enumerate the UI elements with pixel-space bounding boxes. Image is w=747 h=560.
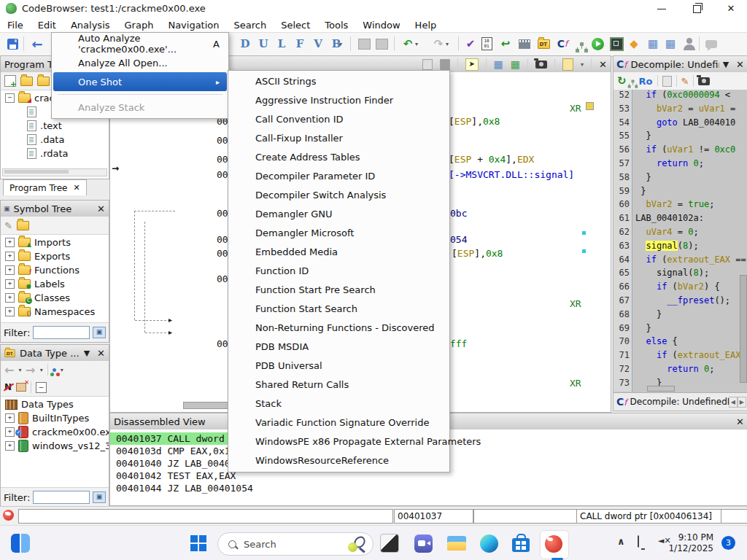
run-script-button[interactable] [589, 36, 605, 52]
data-type-manager-button[interactable]: DT [535, 36, 551, 52]
menu-search[interactable]: Search [227, 20, 274, 31]
one-shot-item-non-returning-functions-discovered[interactable]: Non-Returning Functions - Discovered [228, 319, 449, 338]
listing-fragment[interactable]: XR [570, 103, 581, 114]
listing-fragment[interactable]: 00 [217, 154, 228, 165]
ro-button[interactable]: Ro [639, 76, 653, 87]
format-button-d[interactable]: D [237, 36, 253, 52]
dtm-item-windows-vs12-32[interactable]: +windows_vs12_32 [1, 439, 109, 453]
expand-icon[interactable]: + [5, 441, 15, 451]
decompile-vscrollbar[interactable] [740, 275, 747, 383]
minimize-button[interactable] [651, 2, 673, 15]
listing-fragment[interactable]: [ESP],0x8 [452, 248, 503, 259]
symbol-tree-item-functions[interactable]: +fFunctions [1, 263, 109, 277]
tray-display-icon[interactable] [638, 536, 639, 547]
taskbar-search[interactable]: Search [217, 532, 374, 556]
snapshot-in-button[interactable] [356, 36, 372, 52]
one-shot-item-demangler-microsoft[interactable]: Demangler Microsoft [228, 224, 449, 243]
listing-fragment[interactable]: 00 [217, 169, 228, 180]
format-button-l[interactable]: L [274, 36, 290, 52]
maximize-button[interactable] [686, 2, 708, 15]
menu-tools[interactable]: Tools [317, 20, 355, 31]
one-shot-item-windowsresourcereference[interactable]: WindowsResourceReference [228, 451, 449, 470]
decompile-line-71[interactable]: 71 if (extraout_EAX [614, 350, 747, 364]
one-shot-item-embedded-media[interactable]: Embedded Media [228, 243, 449, 262]
symbol-tree-close-icon[interactable]: ✕ [93, 203, 109, 214]
decompile-line-72[interactable]: 72 return 0; [614, 364, 747, 378]
taskbar-app-explorer[interactable] [446, 533, 467, 553]
one-shot-item-decompiler-parameter-id[interactable]: Decompiler Parameter ID [228, 167, 449, 186]
snapshot-out-button[interactable] [374, 36, 390, 52]
program-tree-hscrollbar[interactable] [2, 168, 107, 176]
widgets-button[interactable] [10, 533, 31, 553]
one-shot-item-call-convention-id[interactable]: Call Convention ID [228, 110, 449, 129]
listing-fragment[interactable]: [ESP + 0x4],EDX [449, 154, 534, 165]
dtm-root[interactable]: Data Types [1, 397, 109, 411]
format-button-v[interactable]: V [310, 36, 326, 52]
menu-analysis[interactable]: Analysis [63, 20, 117, 31]
function-graph-button[interactable] [573, 36, 589, 52]
expand-icon[interactable]: + [5, 252, 15, 261]
back-button[interactable]: ← [29, 36, 45, 52]
listing-fragment[interactable]: 00 [217, 248, 228, 259]
disassembly-line-4[interactable]: 00401044 JZ LAB_00401054 [110, 482, 747, 494]
start-button[interactable] [188, 533, 209, 553]
decompile-line-52[interactable]: 52 if (0xc0000094 < [614, 90, 747, 104]
edit-symbol-button[interactable]: ✎ [4, 220, 12, 231]
dtm-graph-button[interactable] [53, 368, 56, 372]
listing-fragment[interactable]: 054 [450, 234, 467, 245]
dtm-back-button[interactable]: ← [4, 363, 14, 377]
open-folder-button[interactable] [20, 77, 33, 86]
dtm-header[interactable]: DT Data Type ... ▼ ✕ [1, 345, 109, 362]
one-shot-item-call-fixup-installer[interactable]: Call-Fixup Installer [228, 129, 449, 148]
format-button-f[interactable]: F [292, 36, 308, 52]
decompile-hscrollbar[interactable] [647, 386, 675, 392]
paste-button[interactable] [440, 59, 450, 70]
goto-symbol-button[interactable] [17, 221, 29, 230]
dtm-close-icon[interactable]: ✕ [93, 348, 109, 359]
refresh-button[interactable]: ↻ [617, 74, 627, 88]
cursor-tool-button[interactable]: ➤ [465, 58, 479, 71]
snapshot-button[interactable] [698, 77, 710, 85]
decompile-line-69[interactable]: 69 } [614, 323, 747, 337]
listing-fragment[interactable]: XR [570, 378, 581, 389]
memory-map-button[interactable]: ↩ [498, 36, 514, 52]
symbol-filter-input[interactable] [33, 326, 90, 339]
expand-icon[interactable]: + [5, 413, 15, 423]
dtm-item-crackme0x00-exe[interactable]: +✓crackme0x00.exe [1, 425, 109, 439]
menu-select[interactable]: Select [274, 20, 317, 31]
decompile-line-66[interactable]: 66 if (bVar2) { [614, 281, 747, 295]
decompile-code[interactable]: 52 if (0xc0000094 <53 bVar2 = uVar1 =54 … [614, 90, 747, 393]
one-shot-item-pdb-msdia[interactable]: PDB MSDIA [228, 338, 449, 357]
program-tree-tab-close-icon[interactable]: ✕ [73, 183, 80, 192]
format-button-u[interactable]: U [255, 36, 271, 52]
close-button[interactable]: ✕ [720, 2, 742, 15]
decompile-line-73[interactable]: 73 } [614, 378, 747, 392]
one-shot-item-shared-return-calls[interactable]: Shared Return Calls [228, 376, 449, 394]
program-tree-item-text[interactable]: .text [1, 119, 109, 133]
one-shot-item-function-start-search[interactable]: Function Start Search [228, 300, 449, 319]
menu-file[interactable]: File [0, 20, 31, 31]
listing-fragment[interactable]: 0bc [450, 208, 467, 219]
decompile-line-54[interactable]: 54 goto LAB_004010 [614, 117, 747, 131]
taskbar-app-store[interactable] [511, 533, 531, 553]
one-shot-item-demangler-gnu[interactable]: Demangler GNU [228, 205, 449, 224]
expand-icon[interactable]: + [5, 293, 15, 303]
menu-window[interactable]: Window [355, 20, 407, 31]
goto-folder-button[interactable] [37, 77, 50, 86]
edit-button[interactable]: ✎ [681, 76, 689, 87]
taskbar-clock[interactable]: 9:10 PM 1/12/2025 [668, 532, 713, 554]
decompile-line-70[interactable]: 70 else { [614, 336, 747, 350]
new-tree-button[interactable] [4, 75, 16, 87]
decompile-header[interactable]: Cf Decompile: Undefine... ▼ ✕ [614, 56, 747, 73]
save-button[interactable] [4, 36, 20, 52]
listing-fragment[interactable]: 00 [217, 338, 228, 349]
decompiler-button[interactable]: Cf [554, 36, 570, 52]
one-shot-item-function-id[interactable]: Function ID [228, 262, 449, 281]
one-shot-item-stack[interactable]: Stack [228, 394, 449, 413]
dtm-menu-icon[interactable]: ▼ [80, 349, 93, 358]
redo-dropdown-icon[interactable]: ▾ [444, 36, 451, 52]
graph-button[interactable] [631, 79, 634, 82]
expand-icon[interactable]: + [5, 265, 15, 275]
symbol-tree-item-namespaces[interactable]: +()Namespaces [1, 305, 109, 319]
decompile-line-60[interactable]: 60 bVar2 = true; [614, 199, 747, 213]
